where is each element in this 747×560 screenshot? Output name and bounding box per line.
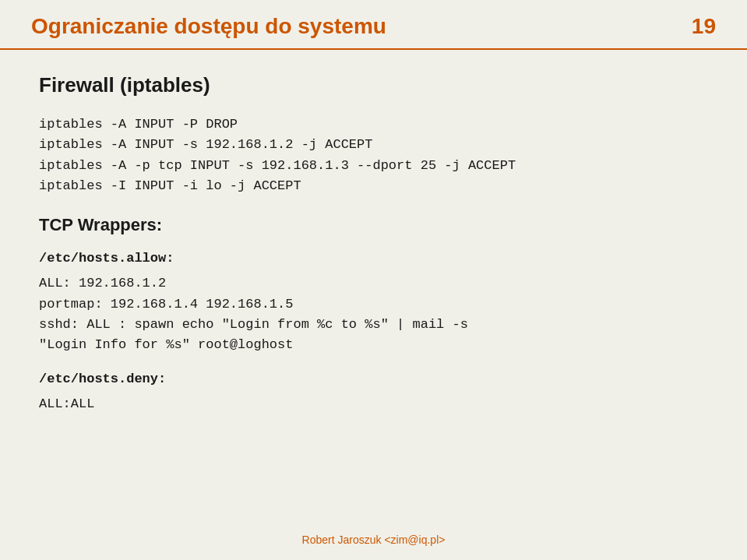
firewall-line-4: iptables -I INPUT -i lo -j ACCEPT xyxy=(39,176,708,196)
tcp-wrappers-title: TCP Wrappers: xyxy=(39,215,708,235)
hosts-deny-code-block: ALL:ALL xyxy=(39,394,708,414)
hosts-allow-line-4: "Login Info for %s" root@loghost xyxy=(39,335,708,355)
main-title: Firewall (iptables) xyxy=(39,73,708,97)
slide-header: Ograniczanie dostępu do systemu 19 xyxy=(0,0,747,50)
firewall-line-3: iptables -A -p tcp INPUT -s 192.168.1.3 … xyxy=(39,156,708,176)
slide-number: 19 xyxy=(692,14,716,39)
hosts-allow-line-2: portmap: 192.168.1.4 192.168.1.5 xyxy=(39,294,708,315)
hosts-allow-label: /etc/hosts.allow: xyxy=(39,251,708,266)
firewall-line-1: iptables -A INPUT -P DROP xyxy=(39,114,708,135)
hosts-allow-line-3: sshd: ALL : spawn echo "Login from %c to… xyxy=(39,315,708,335)
hosts-allow-code-block: ALL: 192.168.1.2 portmap: 192.168.1.4 19… xyxy=(39,273,708,355)
firewall-code-block: iptables -A INPUT -P DROP iptables -A IN… xyxy=(39,114,708,196)
footer-text: Robert Jaroszuk <zim@iq.pl> xyxy=(0,534,747,546)
slide-container: Ograniczanie dostępu do systemu 19 Firew… xyxy=(0,0,747,560)
hosts-deny-line-1: ALL:ALL xyxy=(39,394,708,414)
hosts-deny-label: /etc/hosts.deny: xyxy=(39,372,708,386)
firewall-line-2: iptables -A INPUT -s 192.168.1.2 -j ACCE… xyxy=(39,135,708,155)
slide-title: Ograniczanie dostępu do systemu xyxy=(31,14,386,39)
slide-content: Firewall (iptables) iptables -A INPUT -P… xyxy=(0,50,747,436)
hosts-allow-line-1: ALL: 192.168.1.2 xyxy=(39,273,708,294)
